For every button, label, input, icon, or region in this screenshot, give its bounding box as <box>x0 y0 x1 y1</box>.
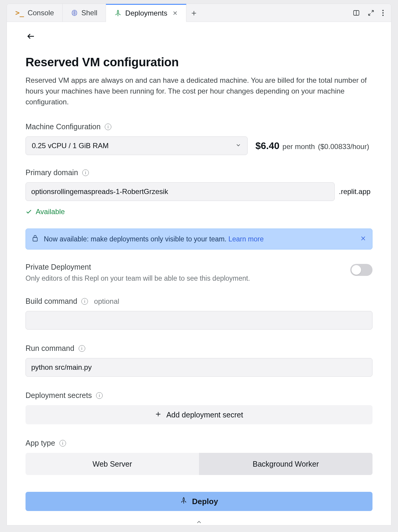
app-type-web-server[interactable]: Web Server <box>26 453 199 475</box>
close-icon[interactable]: ✕ <box>173 10 178 17</box>
expand-icon[interactable] <box>368 10 374 16</box>
toggle-knob <box>351 265 361 275</box>
deployment-secrets-label: Deployment secrets i <box>26 391 372 400</box>
primary-domain-row: .replit.app <box>26 182 372 201</box>
tab-label: Console <box>28 9 54 17</box>
info-icon[interactable]: i <box>59 440 66 447</box>
add-secret-label: Add deployment secret <box>166 411 243 419</box>
info-icon[interactable]: i <box>105 124 111 130</box>
build-command-input[interactable] <box>26 311 372 330</box>
private-deployment-subtitle: Only editors of this Repl on your team w… <box>26 274 250 282</box>
more-menu-icon[interactable] <box>382 10 384 16</box>
label-text: Run command <box>26 344 74 353</box>
svg-point-1 <box>382 10 384 11</box>
domain-status-text: Available <box>36 208 65 216</box>
primary-domain-label: Primary domain i <box>26 168 372 177</box>
domain-suffix: .replit.app <box>339 187 370 196</box>
label-text: Build command <box>26 297 77 306</box>
back-button[interactable] <box>26 31 36 42</box>
svg-rect-4 <box>33 238 38 241</box>
price-block: $6.40 per month ($0.00833/hour) <box>255 140 369 151</box>
app-type-label: App type i <box>26 439 372 447</box>
info-icon[interactable]: i <box>79 345 85 352</box>
add-secret-button[interactable]: Add deployment secret <box>26 405 372 424</box>
svg-point-3 <box>382 14 384 16</box>
machine-config-label: Machine Configuration i <box>26 122 372 131</box>
banner-close-button[interactable] <box>360 235 366 243</box>
app-window: >_ Console Shell Deployments ✕ ＋ <box>7 4 391 525</box>
lock-icon <box>32 234 38 244</box>
rocket-icon <box>114 10 122 17</box>
machine-config-select[interactable]: 0.25 vCPU / 1 GiB RAM <box>26 136 248 155</box>
seg-label: Background Worker <box>253 460 319 468</box>
deploy-label: Deploy <box>192 497 218 506</box>
footer-learn-more-link[interactable]: Learn more <box>222 525 259 525</box>
price-per-hour: ($0.00833/hour) <box>318 142 369 151</box>
plus-icon <box>155 411 161 419</box>
build-command-label: Build command i optional <box>26 297 372 306</box>
shell-icon <box>71 10 78 16</box>
label-text: App type <box>26 439 55 447</box>
chevron-down-icon <box>235 142 241 150</box>
seg-label: Web Server <box>92 460 132 468</box>
tab-label: Deployments <box>125 9 167 17</box>
arrow-left-icon <box>26 32 35 41</box>
tab-deployments[interactable]: Deployments ✕ <box>106 4 186 22</box>
tabs-bar: >_ Console Shell Deployments ✕ ＋ <box>7 4 391 22</box>
content-area: Reserved VM configuration Reserved VM ap… <box>7 22 391 525</box>
info-icon[interactable]: i <box>96 392 103 399</box>
console-prompt-icon: >_ <box>15 9 24 17</box>
machine-config-value: 0.25 vCPU / 1 GiB RAM <box>32 142 109 150</box>
optional-tag: optional <box>94 297 119 306</box>
machine-config-row: 0.25 vCPU / 1 GiB RAM $6.40 per month ($… <box>26 136 372 155</box>
page-title: Reserved VM configuration <box>26 55 372 69</box>
info-icon[interactable]: i <box>81 298 88 305</box>
banner-learn-more-link[interactable]: Learn more <box>228 235 264 243</box>
svg-point-2 <box>382 12 384 13</box>
split-pane-icon[interactable] <box>353 9 360 16</box>
tab-console[interactable]: >_ Console <box>7 4 63 22</box>
domain-status: Available <box>26 208 372 216</box>
deploy-button[interactable]: Deploy <box>26 492 372 511</box>
tabs-right-actions <box>345 4 391 22</box>
private-deployment-row: Private Deployment Only editors of this … <box>26 263 372 282</box>
page-description: Reserved VM apps are always on and can h… <box>26 75 371 107</box>
label-text: Primary domain <box>26 168 78 177</box>
close-icon <box>360 235 366 241</box>
private-deployment-title: Private Deployment <box>26 263 250 271</box>
check-icon <box>26 208 32 215</box>
run-command-label: Run command i <box>26 344 372 353</box>
app-type-background-worker[interactable]: Background Worker <box>199 453 372 475</box>
price-amount: $6.40 <box>255 140 279 151</box>
banner-text-content: Now available: make deployments only vis… <box>44 235 228 243</box>
price-per-month: per month <box>282 142 315 151</box>
private-deployment-toggle[interactable] <box>350 264 372 276</box>
new-tab-button[interactable]: ＋ <box>186 4 201 22</box>
private-deployment-text: Private Deployment Only editors of this … <box>26 263 250 282</box>
label-text: Deployment secrets <box>26 391 92 400</box>
rocket-icon <box>180 497 187 506</box>
info-banner: Now available: make deployments only vis… <box>26 229 372 250</box>
collapse-caret-icon[interactable] <box>196 519 202 525</box>
primary-domain-input[interactable] <box>26 182 335 201</box>
app-type-segmented: Web Server Background Worker <box>26 453 372 475</box>
tab-shell[interactable]: Shell <box>63 4 106 22</box>
tab-label: Shell <box>81 9 97 17</box>
footer-text: Your deployed app will incur charges for… <box>26 525 222 525</box>
run-command-input[interactable] <box>26 358 372 377</box>
banner-text: Now available: make deployments only vis… <box>44 235 264 243</box>
label-text: Machine Configuration <box>26 122 101 131</box>
info-icon[interactable]: i <box>82 169 89 176</box>
